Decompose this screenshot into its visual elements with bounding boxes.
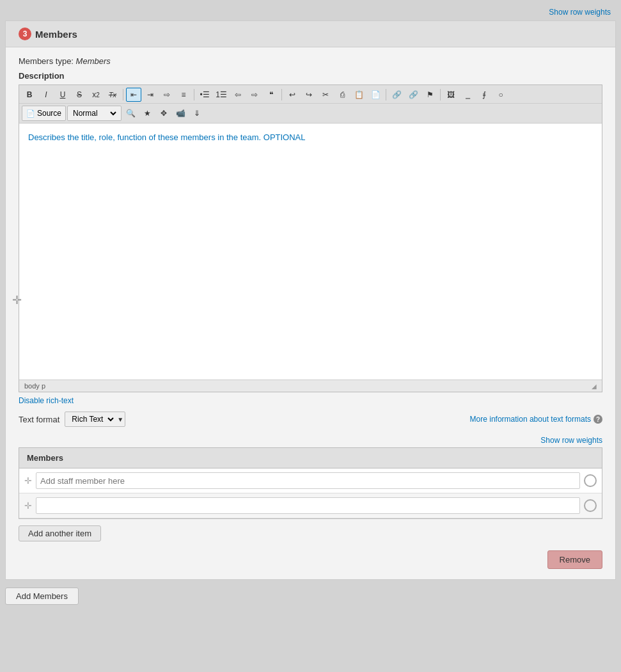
- justify-btn[interactable]: ≡: [176, 88, 191, 102]
- rich-text-editor: B I U S x2 Tx ⇤ ⇥ ⇨ ≡ •☰ 1☰ ⇦ ⇨ ❝ ↩ ↪: [19, 84, 602, 392]
- text-format-row: Text format Rich Text Plain Text ▼ More …: [19, 412, 602, 427]
- undo-btn[interactable]: ↩: [285, 88, 300, 102]
- source-icon: 📄: [26, 109, 35, 118]
- bold-btn[interactable]: B: [22, 88, 37, 102]
- text-format-select[interactable]: Rich Text Plain Text ▼: [65, 412, 125, 427]
- statusbar-text: body p: [24, 382, 45, 390]
- align-right-btn[interactable]: ⇨: [159, 88, 175, 102]
- disable-richtext-link[interactable]: Disable rich-text: [19, 396, 602, 405]
- table-row: ✛: [19, 468, 602, 493]
- page-wrapper: Show row weights 3 Members ✛ Members typ…: [0, 0, 621, 672]
- text-format-label: Text format: [19, 415, 59, 424]
- removeformat-btn[interactable]: Tx: [105, 88, 120, 102]
- source-btn[interactable]: 📄 Source: [22, 106, 66, 121]
- paste-text-btn[interactable]: 📄: [368, 88, 383, 102]
- sep2: [194, 89, 194, 100]
- spellcheck-btn[interactable]: ★: [139, 106, 155, 120]
- more-info-link[interactable]: More information about text formats ?: [470, 415, 602, 424]
- description-label: Description: [19, 71, 602, 81]
- drag-handle[interactable]: ✛: [12, 293, 22, 307]
- strikethrough-btn[interactable]: S: [72, 88, 87, 102]
- remove-btn[interactable]: Remove: [547, 550, 602, 569]
- members-title-bar: 3 Members: [6, 21, 615, 47]
- table-btn[interactable]: ⨎: [476, 88, 492, 102]
- editor-placeholder-text: Describes the title, role, function of t…: [28, 132, 593, 142]
- members-block-title: Members: [35, 29, 77, 40]
- outdent-btn[interactable]: ⇦: [230, 88, 246, 102]
- indent-btn[interactable]: ⇨: [247, 88, 262, 102]
- table-row: ✛: [19, 493, 602, 518]
- anchor-btn[interactable]: ⚑: [422, 88, 437, 102]
- add-members-btn[interactable]: Add Members: [5, 588, 79, 605]
- superscript-btn[interactable]: x2: [88, 88, 104, 102]
- chevron-down-icon: ▼: [117, 416, 123, 423]
- row-drag-handle-1[interactable]: ✛: [24, 476, 32, 486]
- copy-btn[interactable]: ⎙: [334, 88, 350, 102]
- paste-btn[interactable]: 📋: [351, 88, 366, 102]
- editor-statusbar: body p ◢: [19, 380, 602, 392]
- staff-member-input-1[interactable]: [36, 472, 580, 489]
- zoom-btn[interactable]: 🔍: [123, 106, 138, 120]
- media-btn[interactable]: 📹: [173, 106, 188, 120]
- more-info-text: More information about text formats: [470, 415, 591, 424]
- show-row-weights-inner: Show row weights: [19, 436, 602, 445]
- row-circle-btn-1[interactable]: [584, 474, 597, 487]
- staff-member-input-2[interactable]: [36, 497, 580, 514]
- source-label: Source: [37, 109, 61, 118]
- sep5: [440, 89, 441, 100]
- hr-btn[interactable]: ⎯: [460, 88, 475, 102]
- blockquote-btn[interactable]: ❝: [263, 88, 279, 102]
- members-badge: 3: [19, 28, 31, 40]
- toolbar-row2: 📄 Source Normal Heading 1 Heading 2 Head…: [19, 104, 602, 124]
- iframe-btn[interactable]: ○: [493, 88, 508, 102]
- members-type-label: Members type:: [19, 56, 76, 66]
- toolbar-row1: B I U S x2 Tx ⇤ ⇥ ⇨ ≡ •☰ 1☰ ⇦ ⇨ ❝ ↩ ↪: [19, 85, 602, 104]
- format-select[interactable]: Normal Heading 1 Heading 2 Heading 3 Hea…: [70, 108, 118, 118]
- members-block: 3 Members ✛ Members type: Members Descri…: [5, 20, 616, 580]
- members-table-header: Members: [19, 448, 602, 468]
- italic-btn[interactable]: I: [38, 88, 54, 102]
- normal-select-wrapper[interactable]: Normal Heading 1 Heading 2 Heading 3 Hea…: [67, 106, 122, 121]
- image-btn[interactable]: 🖼: [443, 88, 459, 102]
- members-type-line: Members type: Members: [19, 56, 602, 66]
- row-drag-handle-2[interactable]: ✛: [24, 500, 32, 511]
- add-another-item-btn[interactable]: Add another item: [19, 525, 101, 541]
- resize-handle[interactable]: ◢: [592, 383, 597, 390]
- unlink-btn[interactable]: 🔗: [405, 88, 421, 102]
- row-circle-btn-2[interactable]: [584, 499, 597, 512]
- link-btn[interactable]: 🔗: [389, 88, 404, 102]
- show-row-weights-top-bar: Show row weights: [5, 5, 616, 19]
- help-icon: ?: [593, 415, 602, 424]
- num-list-btn[interactable]: 1☰: [214, 88, 229, 102]
- upload-btn[interactable]: ⇓: [189, 106, 205, 120]
- sep4: [386, 89, 386, 100]
- sep1: [123, 89, 123, 100]
- cut-btn[interactable]: ✂: [318, 88, 333, 102]
- editor-content-area[interactable]: Describes the title, role, function of t…: [19, 124, 602, 380]
- show-row-weights-inner-link[interactable]: Show row weights: [540, 436, 602, 445]
- sep3: [281, 89, 282, 100]
- bullet-list-btn[interactable]: •☰: [197, 88, 212, 102]
- fullscreen-btn[interactable]: ✥: [156, 106, 171, 120]
- rich-text-select[interactable]: Rich Text Plain Text: [69, 414, 116, 424]
- members-type-value: Members: [76, 56, 111, 66]
- show-row-weights-top-link[interactable]: Show row weights: [549, 8, 611, 17]
- align-left-btn[interactable]: ⇤: [126, 88, 141, 102]
- members-table-wrapper: Members ✛ ✛: [19, 447, 602, 519]
- redo-btn[interactable]: ↪: [301, 88, 317, 102]
- align-center-btn[interactable]: ⇥: [143, 88, 158, 102]
- text-format-left: Text format Rich Text Plain Text ▼: [19, 412, 125, 427]
- underline-btn[interactable]: U: [55, 88, 70, 102]
